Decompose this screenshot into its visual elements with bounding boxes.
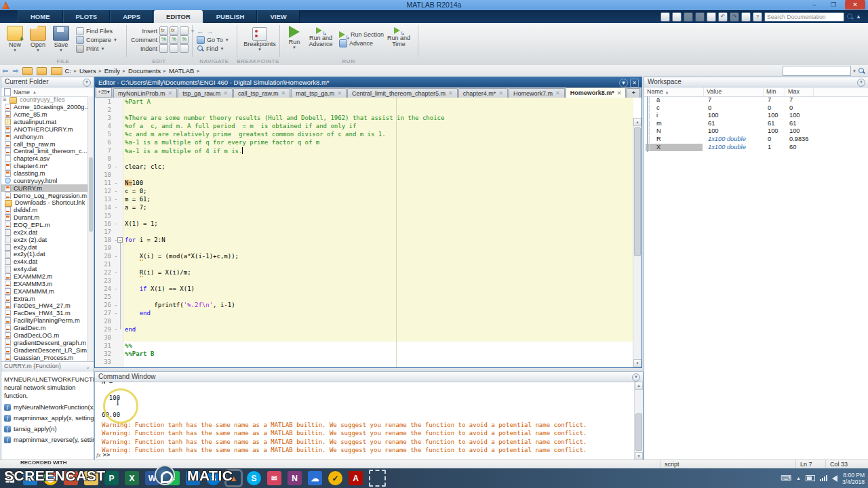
comment-icon[interactable] bbox=[159, 35, 168, 44]
file-list-item[interactable]: Central_limit_thereom_c... bbox=[1, 148, 88, 155]
new-button[interactable]: New ▼ bbox=[4, 26, 26, 52]
code-line[interactable]: 25 bbox=[95, 293, 633, 301]
file-list-item[interactable]: Durant.m bbox=[1, 214, 88, 222]
scrollbar-thumb[interactable] bbox=[635, 413, 642, 451]
insert-section-icon[interactable] bbox=[159, 26, 168, 35]
editor-tab[interactable]: Homework8.m*✕ bbox=[566, 87, 627, 98]
search-icon[interactable] bbox=[846, 13, 854, 20]
undo-icon[interactable]: ↶ bbox=[718, 12, 728, 22]
file-list-item[interactable]: EXAMMM2.m bbox=[1, 273, 88, 281]
switch-window-icon[interactable] bbox=[741, 12, 751, 22]
file-list-item[interactable]: Guassian_Process.m bbox=[1, 354, 88, 361]
code-line[interactable]: 17 bbox=[95, 228, 633, 236]
ribbon-tab-home[interactable]: HOME bbox=[18, 10, 63, 23]
file-list-item[interactable]: chapter4.asv bbox=[1, 155, 88, 163]
open-button[interactable]: Open ▼ bbox=[27, 26, 49, 52]
breadcrumb-segment[interactable]: Documents bbox=[128, 67, 161, 75]
command-window-scrollbar[interactable]: ▲ ▼ bbox=[634, 382, 643, 460]
file-list-item[interactable]: countryuyy.html bbox=[1, 177, 88, 184]
code-line[interactable]: 2 bbox=[95, 106, 633, 114]
breakpoints-button[interactable]: Breakpoints ▼ bbox=[243, 27, 277, 52]
file-list-item[interactable]: actualinput.mat bbox=[1, 119, 88, 126]
tab-close-icon[interactable]: ✕ bbox=[281, 90, 286, 96]
battery-icon[interactable] bbox=[806, 475, 815, 481]
panel-menu-icon[interactable]: ▼ bbox=[632, 373, 640, 382]
scrollbar-thumb[interactable] bbox=[89, 157, 93, 232]
new-script-icon[interactable] bbox=[660, 12, 670, 22]
tab-close-icon[interactable]: ✕ bbox=[498, 90, 503, 96]
code-line[interactable]: 34- clear; clc; bbox=[95, 366, 633, 367]
code-line[interactable]: 13-m = 61; bbox=[95, 195, 633, 203]
code-fold-icon[interactable]: − bbox=[117, 237, 123, 243]
file-list-item[interactable]: FacDes_HW4_31.m bbox=[1, 310, 88, 317]
indent-left-icon[interactable] bbox=[170, 44, 178, 53]
code-line[interactable]: 8 bbox=[95, 155, 633, 163]
insert-row[interactable]: Insert ▼ bbox=[130, 26, 195, 35]
find-button[interactable]: Find ▼ bbox=[197, 44, 229, 53]
file-list-item[interactable]: FacDes_HW4_27.m bbox=[1, 302, 88, 310]
file-list-item[interactable]: Acme_10castings_2000g... bbox=[1, 104, 88, 111]
code-line[interactable]: 7%a-1 is a multiple of 4 if m is. bbox=[95, 146, 633, 155]
workspace-row[interactable]: a777 bbox=[644, 96, 868, 104]
function-list-item[interactable]: ftansig_apply(n) bbox=[4, 426, 91, 432]
keyboard-icon[interactable]: ⌨ bbox=[781, 474, 791, 483]
run-button[interactable]: Run ▼ bbox=[285, 26, 304, 49]
workspace-row[interactable]: X1x100 double160 bbox=[644, 144, 868, 152]
taskbar-start-icon[interactable] bbox=[3, 471, 17, 485]
scroll-up-icon[interactable]: ▲ bbox=[633, 118, 642, 126]
file-list-item[interactable]: ex2x.dat bbox=[1, 228, 88, 236]
workspace-row[interactable]: i100100100 bbox=[644, 112, 868, 120]
save-button[interactable]: Save ▼ bbox=[50, 26, 72, 52]
folder-search-input[interactable] bbox=[783, 66, 851, 76]
code-line[interactable]: 22- R(i) = X(i)/m; bbox=[95, 268, 633, 277]
back-icon[interactable]: ⬅ bbox=[2, 66, 8, 75]
file-preview-header[interactable]: CURRY.m (Function) ⌄ bbox=[1, 362, 94, 371]
code-line[interactable]: 28 bbox=[95, 317, 633, 325]
code-line[interactable]: 1%Part A bbox=[95, 98, 633, 106]
command-prompt[interactable]: fx >> bbox=[96, 451, 110, 458]
file-list-scrollbar[interactable] bbox=[87, 96, 94, 362]
function-list-item[interactable]: fmapminmax_reverse(y, settin... bbox=[4, 436, 91, 443]
code-line[interactable]: 26- fprintf('%.2f\n', i-1) bbox=[95, 301, 633, 309]
taskbar-onenote-icon[interactable]: N bbox=[288, 471, 302, 485]
tab-overflow-button[interactable]: +25▾ bbox=[96, 87, 112, 98]
panel-menu-icon[interactable]: ▼ bbox=[83, 79, 91, 87]
documentation-search-input[interactable] bbox=[764, 12, 844, 22]
editor-tab[interactable]: Homework7.m✕ bbox=[509, 88, 565, 98]
tab-close-icon[interactable]: ✕ bbox=[168, 90, 173, 96]
code-line[interactable]: 6%a-1 is a multiple of q for every prime… bbox=[95, 138, 633, 146]
file-list-item[interactable]: Acme_85.m bbox=[1, 111, 88, 119]
close-button[interactable]: ✕ bbox=[845, 0, 865, 9]
new-tab-button[interactable]: + bbox=[627, 88, 640, 98]
uncomment-icon[interactable] bbox=[170, 35, 178, 44]
compare-button[interactable]: Compare ▼ bbox=[76, 35, 117, 44]
taskbar-skype-business-icon[interactable]: S bbox=[206, 471, 220, 485]
find-files-button[interactable]: Find Files bbox=[76, 26, 117, 35]
breadcrumb-segment[interactable]: MATLAB bbox=[169, 67, 194, 75]
expand-icon[interactable]: ⊞ bbox=[3, 97, 7, 102]
code-line[interactable]: 21 bbox=[95, 260, 633, 268]
taskbar-snipping-icon[interactable] bbox=[369, 470, 386, 487]
collapse-ribbon-icon[interactable]: ▲ bbox=[856, 14, 861, 20]
wrap-comment-icon[interactable] bbox=[180, 35, 189, 44]
workspace-row[interactable]: m616161 bbox=[644, 120, 868, 128]
breadcrumb-segment[interactable]: Users bbox=[79, 67, 96, 75]
taskbar-norton-icon[interactable]: ✓ bbox=[328, 471, 342, 485]
restore-button[interactable]: ❐ bbox=[825, 0, 842, 9]
code-line[interactable]: 4%of a c, and m. A full period = m is ob… bbox=[95, 122, 633, 130]
taskbar-chrome-icon[interactable] bbox=[43, 471, 58, 485]
editor-tab[interactable]: Central_limit_thereom_chapter5.m✕ bbox=[347, 88, 458, 98]
show-hidden-icons[interactable]: ▲ bbox=[796, 476, 801, 481]
browse-folder-icon[interactable] bbox=[37, 67, 47, 75]
ribbon-tab-view[interactable]: VIEW bbox=[257, 10, 299, 23]
command-window-output[interactable]: N = 100 60.00Warning: Function tanh has … bbox=[95, 382, 635, 460]
copy-icon[interactable] bbox=[695, 12, 705, 22]
comment-row[interactable]: Comment bbox=[130, 35, 195, 44]
taskbar-skype-icon[interactable]: S bbox=[247, 471, 261, 485]
file-list-item[interactable]: GradientDescent_LR_Sim... bbox=[1, 346, 88, 354]
file-list-item[interactable]: call_tsp_raw.m bbox=[1, 140, 88, 148]
workspace-row[interactable]: N100100100 bbox=[644, 127, 868, 136]
file-list-item[interactable]: Extra.m bbox=[1, 295, 88, 302]
scroll-down-icon[interactable]: ▼ bbox=[633, 359, 642, 367]
code-line[interactable]: 29-end bbox=[95, 325, 633, 333]
